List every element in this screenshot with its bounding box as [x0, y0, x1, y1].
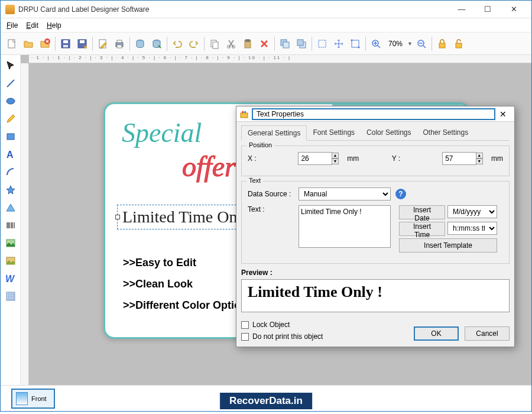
card-text-special[interactable]: Special [122, 117, 202, 148]
save-as-icon[interactable] [74, 36, 90, 51]
undo-icon[interactable] [170, 36, 185, 51]
close-file-icon[interactable] [37, 36, 53, 51]
zoom-dropdown-icon[interactable]: ▼ [407, 41, 413, 47]
svg-rect-10 [117, 45, 122, 48]
zoom-in-icon[interactable] [368, 36, 384, 51]
maximize-button[interactable]: ☐ [475, 1, 501, 18]
select-tool-icon[interactable] [4, 59, 18, 73]
text-properties-dialog: Text Properties ✕ General Settings Font … [236, 106, 515, 347]
text-legend: Text [246, 177, 263, 184]
svg-point-26 [358, 46, 360, 48]
help-icon[interactable]: ? [395, 189, 406, 199]
ellipse-tool-icon[interactable] [4, 94, 18, 108]
svg-rect-32 [7, 134, 14, 140]
no-print-checkbox[interactable]: Do not print this object [241, 332, 323, 341]
resize-icon[interactable] [348, 36, 363, 51]
svg-rect-0 [8, 40, 15, 48]
svg-rect-39 [241, 113, 248, 118]
library-tool-icon[interactable] [4, 254, 18, 268]
svg-text:A: A [7, 150, 14, 160]
app-window: DRPU Card and Label Designer Software — … [0, 0, 532, 412]
dialog-titlebar[interactable]: Text Properties ✕ [236, 106, 514, 122]
print-icon[interactable] [112, 36, 127, 51]
datasource-select[interactable]: Manual [299, 187, 391, 200]
position-legend: Position [246, 141, 274, 148]
insert-time-button[interactable]: Insert Time [399, 222, 445, 236]
svg-rect-29 [439, 43, 445, 48]
svg-rect-9 [117, 40, 122, 43]
titlebar: DRPU Card and Label Designer Software — … [1, 1, 531, 18]
time-format-select[interactable]: h:mm:ss tt [447, 222, 497, 235]
zoom-level[interactable]: 70% [388, 40, 403, 48]
svg-rect-23 [319, 40, 326, 47]
x-unit: mm [347, 154, 359, 163]
menu-file[interactable]: File [7, 21, 18, 30]
cut-icon[interactable] [223, 36, 239, 51]
svg-rect-3 [63, 40, 68, 43]
star-tool-icon[interactable] [4, 183, 18, 197]
tab-general[interactable]: General Settings [241, 125, 307, 141]
layer2-icon[interactable] [294, 36, 309, 51]
side-toolbar: A W [1, 55, 21, 385]
new-icon[interactable] [4, 36, 20, 51]
insert-template-button[interactable]: Insert Template [399, 238, 497, 253]
tab-color[interactable]: Color Settings [361, 125, 417, 140]
open-icon[interactable] [21, 36, 36, 51]
save-icon[interactable] [58, 36, 73, 51]
card-bullets[interactable]: >>Easy to Edit >>Clean Look >>Different … [123, 252, 247, 316]
menu-edit[interactable]: Edit [26, 21, 38, 30]
select-all-icon[interactable] [314, 36, 330, 51]
date-format-select[interactable]: M/d/yyyy [447, 205, 497, 218]
tab-font[interactable]: Font Settings [307, 125, 361, 140]
ok-button[interactable]: OK [414, 326, 459, 341]
main-toolbar: 70% ▼ [1, 33, 531, 55]
x-label: X : [248, 154, 290, 163]
pencil-tool-icon[interactable] [4, 112, 18, 126]
image-tool-icon[interactable] [4, 236, 18, 250]
page-thumb-icon [16, 392, 28, 405]
zoom-out-icon[interactable] [414, 36, 429, 51]
paste-icon[interactable] [240, 36, 255, 51]
db1-icon[interactable] [132, 36, 148, 51]
move-icon[interactable] [331, 36, 346, 51]
text-tool-icon[interactable]: A [4, 147, 18, 161]
y-unit: mm [491, 154, 503, 163]
card-bullet-3: >>Different Color Option [123, 295, 247, 316]
unlock-icon[interactable] [451, 36, 466, 51]
copy-icon[interactable] [207, 36, 222, 51]
preview-label: Preview : [241, 269, 510, 277]
dialog-icon [240, 110, 248, 118]
layer1-icon[interactable] [277, 36, 293, 51]
y-input[interactable] [442, 152, 476, 165]
svg-rect-14 [213, 42, 218, 48]
redo-icon[interactable] [186, 36, 202, 51]
x-input[interactable] [298, 152, 332, 165]
triangle-tool-icon[interactable] [4, 200, 18, 215]
barcode-tool-icon[interactable] [4, 218, 18, 232]
page-front-thumb[interactable]: Front [11, 389, 55, 409]
ruler-horizontal: · 1 · | · 1 · | · 2 · | · 3 · | · 4 · | … [29, 55, 531, 63]
watermark: RecoverData.in [219, 392, 313, 410]
rect-tool-icon[interactable] [4, 130, 18, 144]
pattern-tool-icon[interactable] [4, 289, 18, 303]
card-bullet-1: >>Easy to Edit [123, 252, 247, 273]
dialog-close-button[interactable]: ✕ [495, 109, 511, 119]
cancel-button[interactable]: Cancel [465, 326, 510, 341]
arc-tool-icon[interactable] [4, 165, 18, 179]
lock-object-checkbox[interactable]: Lock Object [241, 321, 323, 329]
delete-icon[interactable] [257, 36, 272, 51]
minimize-button[interactable]: — [449, 1, 475, 18]
tab-other[interactable]: Other Settings [417, 125, 474, 140]
menu-help[interactable]: Help [47, 21, 61, 30]
db2-icon[interactable] [149, 36, 164, 51]
preview-box: Limited Time Only ! [241, 279, 510, 312]
wordart-tool-icon[interactable]: W [4, 271, 18, 286]
bottom-bar: Front RecoverData.in [1, 385, 531, 411]
lock-icon[interactable] [434, 36, 450, 51]
insert-date-button[interactable]: Insert Date [399, 205, 445, 219]
close-button[interactable]: ✕ [501, 1, 527, 18]
text-input[interactable]: Limited Time Only ! [299, 205, 391, 248]
card-text-offer[interactable]: offer [182, 150, 236, 183]
line-tool-icon[interactable] [4, 76, 18, 90]
edit-icon[interactable] [95, 36, 111, 51]
